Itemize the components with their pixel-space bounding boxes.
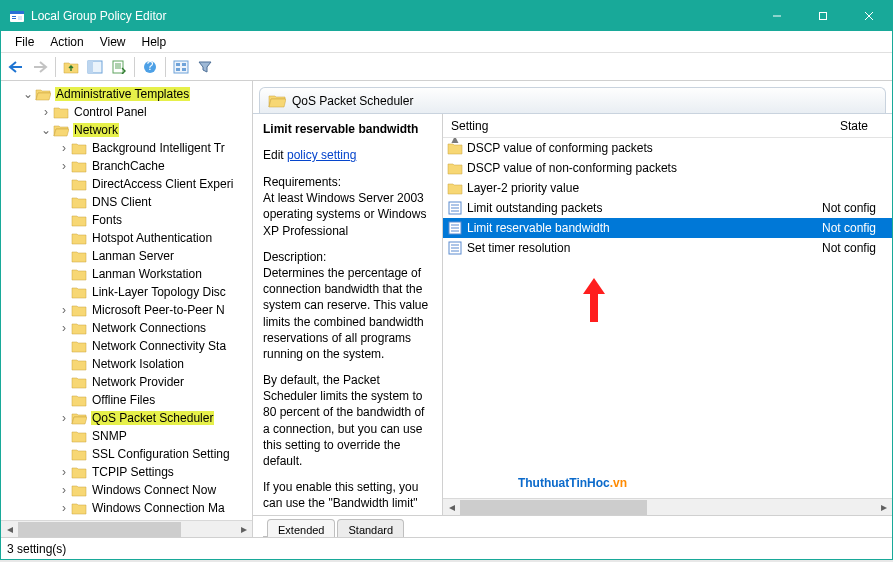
tree-node[interactable]: Fonts	[1, 211, 252, 229]
list-row[interactable]: Limit outstanding packetsNot config	[443, 198, 892, 218]
list-row[interactable]: Layer-2 priority value	[443, 178, 892, 198]
column-state[interactable]: State	[832, 119, 892, 133]
collapse-icon[interactable]: ⌄	[21, 87, 35, 101]
minimize-button[interactable]	[754, 1, 800, 31]
svg-rect-17	[176, 68, 180, 71]
expand-icon[interactable]: ›	[57, 411, 71, 425]
collapse-icon[interactable]: ⌄	[39, 123, 53, 137]
list-item-state: Not config	[822, 201, 892, 215]
help-button[interactable]: ?	[139, 56, 161, 78]
tree-node[interactable]: Network Connectivity Sta	[1, 337, 252, 355]
close-button[interactable]	[846, 1, 892, 31]
svg-rect-16	[182, 63, 186, 66]
menu-action[interactable]: Action	[42, 33, 91, 51]
list-item-label: DSCP value of non-conforming packets	[467, 161, 822, 175]
tree-node[interactable]: ›Microsoft Peer-to-Peer N	[1, 301, 252, 319]
expand-icon[interactable]: ›	[57, 321, 71, 335]
list-row[interactable]: Limit reservable bandwidthNot config	[443, 218, 892, 238]
policy-icon	[447, 200, 463, 216]
filter-button[interactable]	[194, 56, 216, 78]
tree-node-network[interactable]: ⌄ Network	[1, 121, 252, 139]
tree-node[interactable]: ›QoS Packet Scheduler	[1, 409, 252, 427]
list-item-state: Not config	[822, 221, 892, 235]
column-setting[interactable]: Setting	[443, 119, 832, 133]
titlebar: Local Group Policy Editor	[1, 1, 892, 31]
tree-label: DirectAccess Client Experi	[91, 177, 234, 191]
expand-icon[interactable]: ›	[57, 483, 71, 497]
menu-help[interactable]: Help	[134, 33, 175, 51]
tree-horizontal-scrollbar[interactable]: ◂ ▸	[1, 520, 252, 537]
tree-pane: ⌄ Administrative Templates › Control Pan…	[1, 81, 253, 537]
show-hide-tree-button[interactable]	[84, 56, 106, 78]
description-heading: Description:	[263, 250, 326, 264]
tab-standard[interactable]: Standard	[337, 519, 404, 537]
tree-node[interactable]: Network Provider	[1, 373, 252, 391]
scroll-right-button[interactable]: ▸	[235, 521, 252, 538]
up-folder-button[interactable]	[60, 56, 82, 78]
tree-node[interactable]: ›Network Connections	[1, 319, 252, 337]
tree-node[interactable]: DNS Client	[1, 193, 252, 211]
tree-node[interactable]: ›BranchCache	[1, 157, 252, 175]
back-button[interactable]	[5, 56, 27, 78]
list-row[interactable]: DSCP value of conforming packets	[443, 138, 892, 158]
expand-icon[interactable]: ›	[57, 501, 71, 515]
export-list-button[interactable]	[108, 56, 130, 78]
tree-node[interactable]: Lanman Server	[1, 247, 252, 265]
folder-icon	[447, 160, 463, 176]
tree-node[interactable]: ›Windows Connect Now	[1, 481, 252, 499]
tree-node[interactable]: Offline Files	[1, 391, 252, 409]
tree-label: Network Connections	[91, 321, 207, 335]
list-horizontal-scrollbar[interactable]: ◂ ▸	[443, 498, 892, 515]
tree-node[interactable]: Link-Layer Topology Disc	[1, 283, 252, 301]
list-row[interactable]: Set timer resolutionNot config	[443, 238, 892, 258]
maximize-button[interactable]	[800, 1, 846, 31]
tab-extended[interactable]: Extended	[267, 519, 335, 537]
details-pane: QoS Packet Scheduler Limit reservable ba…	[253, 81, 892, 537]
list-row[interactable]: DSCP value of non-conforming packets	[443, 158, 892, 178]
list-item-label: Limit reservable bandwidth	[467, 221, 822, 235]
tree-node-admin-templates[interactable]: ⌄ Administrative Templates	[1, 85, 252, 103]
tree-label: Control Panel	[73, 105, 148, 119]
expand-icon[interactable]: ›	[39, 105, 53, 119]
list-item-label: Limit outstanding packets	[467, 201, 822, 215]
menu-file[interactable]: File	[7, 33, 42, 51]
tree-label: Fonts	[91, 213, 123, 227]
svg-rect-15	[176, 63, 180, 66]
tree-node[interactable]: ›Windows Connection Ma	[1, 499, 252, 517]
expand-icon[interactable]: ›	[57, 141, 71, 155]
svg-rect-18	[182, 68, 186, 71]
tree-node[interactable]: ›Background Intelligent Tr	[1, 139, 252, 157]
all-settings-button[interactable]	[170, 56, 192, 78]
svg-rect-4	[18, 16, 22, 20]
svg-rect-14	[174, 61, 188, 73]
tree-node-control-panel[interactable]: › Control Panel	[1, 103, 252, 121]
settings-list-pane: Setting State ▲ DSCP value of conforming…	[443, 114, 892, 515]
scroll-right-button[interactable]: ▸	[875, 499, 892, 516]
list-item-state: Not config	[822, 241, 892, 255]
expand-icon[interactable]: ›	[57, 159, 71, 173]
tree-node[interactable]: Network Isolation	[1, 355, 252, 373]
tree-label: Windows Connect Now	[91, 483, 217, 497]
scroll-left-button[interactable]: ◂	[443, 499, 460, 516]
menubar: File Action View Help	[1, 31, 892, 53]
tree-node[interactable]: SSL Configuration Setting	[1, 445, 252, 463]
requirements-heading: Requirements:	[263, 175, 341, 189]
expand-icon[interactable]: ›	[57, 465, 71, 479]
tree-node[interactable]: ›TCPIP Settings	[1, 463, 252, 481]
tree-node[interactable]: DirectAccess Client Experi	[1, 175, 252, 193]
menu-view[interactable]: View	[92, 33, 134, 51]
scroll-left-button[interactable]: ◂	[1, 521, 18, 538]
tree-node[interactable]: SNMP	[1, 427, 252, 445]
tree-label: TCPIP Settings	[91, 465, 175, 479]
edit-policy-link[interactable]: policy setting	[287, 148, 356, 162]
svg-rect-1	[10, 11, 24, 14]
requirements-body: At least Windows Server 2003 operating s…	[263, 191, 426, 237]
forward-button[interactable]	[29, 56, 51, 78]
description-body-3: If you enable this setting, you can use …	[263, 479, 432, 515]
tree-node[interactable]: Hotspot Authentication	[1, 229, 252, 247]
window-title: Local Group Policy Editor	[31, 9, 754, 23]
expand-icon[interactable]: ›	[57, 303, 71, 317]
status-text: 3 setting(s)	[7, 542, 66, 556]
tree-node[interactable]: Lanman Workstation	[1, 265, 252, 283]
annotation-arrow-icon	[579, 276, 609, 324]
